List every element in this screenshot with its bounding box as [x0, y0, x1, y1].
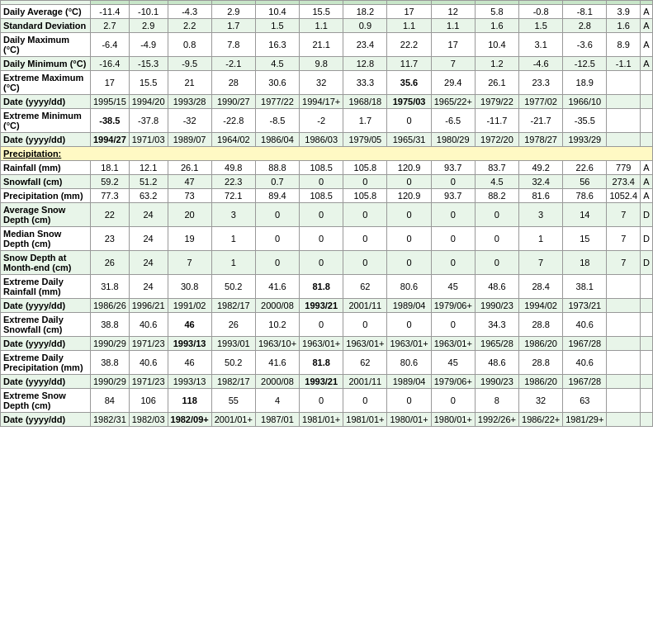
table-cell — [607, 133, 641, 147]
table-cell — [607, 109, 641, 133]
row-label: Extreme Daily Snowfall (cm) — [1, 313, 91, 337]
table-cell: 31.8 — [90, 275, 129, 299]
table-cell — [641, 71, 653, 95]
table-cell: 0 — [343, 227, 387, 251]
table-cell: 49.8 — [211, 161, 255, 175]
table-cell: -9.5 — [168, 57, 211, 71]
table-cell: -6.4 — [90, 33, 129, 57]
table-cell: 20 — [168, 203, 211, 227]
table-cell: 55 — [211, 389, 255, 413]
table-cell: 17 — [431, 33, 475, 57]
table-cell: 1982/17 — [211, 299, 255, 313]
table-cell: 30.6 — [255, 71, 299, 95]
table-cell: 1979/05 — [343, 133, 387, 147]
table-cell: 38.8 — [90, 313, 129, 337]
table-cell: 1979/06+ — [431, 375, 475, 389]
table-cell: 120.9 — [387, 189, 431, 203]
table-cell: 41.6 — [255, 351, 299, 375]
table-cell: A — [641, 175, 653, 189]
table-cell: 24 — [129, 275, 168, 299]
table-cell: 26 — [211, 313, 255, 337]
table-cell: 1986/04 — [255, 133, 299, 147]
table-cell: 1992/26+ — [475, 413, 518, 427]
table-cell: 7 — [431, 57, 475, 71]
row-label: Extreme Daily Rainfall (mm) — [1, 275, 91, 299]
table-cell — [607, 337, 641, 351]
table-cell: 1980/01+ — [431, 413, 475, 427]
table-cell: 1.6 — [607, 19, 641, 33]
table-cell: 0 — [300, 313, 343, 337]
table-cell: 1981/01+ — [300, 413, 343, 427]
table-cell — [607, 413, 641, 427]
table-cell — [641, 389, 653, 413]
table-cell: 0 — [300, 203, 343, 227]
table-cell: -4.3 — [168, 5, 211, 19]
table-cell: 0 — [300, 227, 343, 251]
row-label: Date (yyyy/dd) — [1, 95, 91, 109]
table-cell: 40.6 — [129, 313, 168, 337]
table-cell: 105.8 — [343, 161, 387, 175]
table-cell: 12.8 — [343, 57, 387, 71]
table-cell — [641, 313, 653, 337]
table-cell: 1989/07 — [168, 133, 211, 147]
table-cell: 1986/20 — [519, 337, 563, 351]
table-cell: 3 — [519, 203, 563, 227]
table-cell: A — [641, 57, 653, 71]
table-cell: 2000/08 — [255, 375, 299, 389]
table-cell: 28 — [211, 71, 255, 95]
table-cell: 1967/28 — [563, 375, 607, 389]
table-cell: D — [641, 203, 653, 227]
table-cell: 120.9 — [387, 161, 431, 175]
table-cell: 22.2 — [387, 33, 431, 57]
table-cell: 1980/01+ — [387, 413, 431, 427]
table-cell: 0 — [431, 313, 475, 337]
table-cell: 45 — [431, 275, 475, 299]
table-cell: 38.8 — [90, 351, 129, 375]
table-cell: 118 — [168, 389, 211, 413]
table-cell: 0 — [475, 227, 518, 251]
table-cell: 72.1 — [211, 189, 255, 203]
table-cell: 1.7 — [211, 19, 255, 33]
table-cell: 1966/10 — [563, 95, 607, 109]
table-cell: 0 — [255, 203, 299, 227]
table-cell: 1990/23 — [475, 375, 518, 389]
table-cell: -11.4 — [90, 5, 129, 19]
table-cell: 1994/02 — [519, 299, 563, 313]
table-cell: 1971/03 — [129, 133, 168, 147]
table-cell: 81.8 — [300, 275, 343, 299]
row-label: Date (yyyy/dd) — [1, 133, 91, 147]
table-cell: 77.3 — [90, 189, 129, 203]
climate-table: Daily Average (°C)-11.4-10.1-4.32.910.41… — [0, 0, 653, 427]
table-cell: 2000/08 — [255, 299, 299, 313]
table-cell: 1.1 — [300, 19, 343, 33]
table-cell: 0 — [387, 203, 431, 227]
row-label: Extreme Daily Precipitation (mm) — [1, 351, 91, 375]
table-cell: A — [641, 33, 653, 57]
table-cell: 51.2 — [129, 175, 168, 189]
table-cell: -38.5 — [90, 109, 129, 133]
table-cell: 0 — [431, 203, 475, 227]
table-cell: 4 — [255, 389, 299, 413]
table-cell: 59.2 — [90, 175, 129, 189]
table-cell: 2001/01+ — [211, 413, 255, 427]
table-cell: D — [641, 251, 653, 275]
table-cell: -4.9 — [129, 33, 168, 57]
table-cell: 0 — [343, 203, 387, 227]
table-cell: 1994/17+ — [300, 95, 343, 109]
table-cell: 23.3 — [519, 71, 563, 95]
table-cell: 40.6 — [129, 351, 168, 375]
table-cell: 106 — [129, 389, 168, 413]
table-cell: 16.3 — [255, 33, 299, 57]
table-cell: 15 — [563, 227, 607, 251]
table-cell: 7 — [519, 251, 563, 275]
table-cell: 779 — [607, 161, 641, 175]
table-cell: 105.8 — [343, 189, 387, 203]
table-cell: 1993/21 — [300, 299, 343, 313]
table-cell: 4.5 — [475, 175, 518, 189]
table-cell: 56 — [563, 175, 607, 189]
table-cell: -11.7 — [475, 109, 518, 133]
table-cell — [641, 375, 653, 389]
table-cell: 40.6 — [563, 313, 607, 337]
table-cell: 1965/28 — [475, 337, 518, 351]
row-label: Rainfall (mm) — [1, 161, 91, 175]
